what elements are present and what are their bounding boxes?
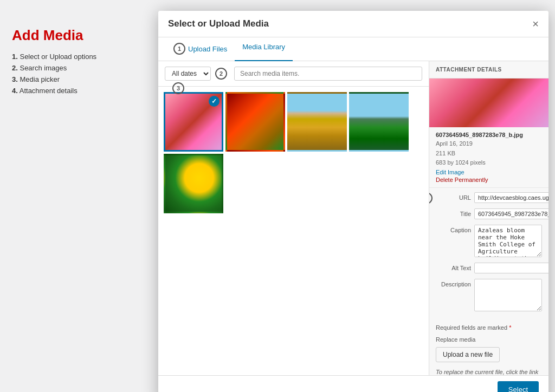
description-field-row: Description bbox=[436, 279, 542, 311]
caption-label: Caption bbox=[436, 225, 471, 233]
modal-title: Select or Upload Media bbox=[168, 18, 269, 29]
media-item[interactable] bbox=[349, 92, 409, 152]
step-2: 2. Search images bbox=[12, 64, 142, 72]
replace-media-label: Replace media bbox=[429, 334, 548, 345]
attachment-info: 6073645945_8987283e78_b.jpg April 16, 20… bbox=[429, 127, 548, 188]
badge-2: 2 bbox=[215, 68, 227, 80]
attachment-filename: 6073645945_8987283e78_b.jpg bbox=[436, 132, 542, 138]
modal-tabs: 1 Upload Files Media Library bbox=[158, 37, 548, 61]
selected-checkmark: ✓ bbox=[209, 96, 220, 107]
step-1: 1. Select or Upload options bbox=[12, 53, 142, 61]
tab-upload-files[interactable]: 1 Upload Files bbox=[166, 37, 235, 61]
media-area: All dates 2 3 ✓ bbox=[158, 61, 429, 375]
upload-new-file-button[interactable]: Upload a new file bbox=[436, 347, 500, 362]
title-input[interactable] bbox=[474, 208, 548, 219]
description-textarea[interactable] bbox=[474, 279, 542, 311]
media-item[interactable] bbox=[225, 92, 285, 152]
attachment-panel: ATTACHMENT DETAILS 6073645945_8987283e78… bbox=[429, 61, 548, 375]
modal-footer: Select bbox=[158, 375, 548, 392]
badge-1: 1 bbox=[173, 43, 185, 55]
modal-header: Select or Upload Media × bbox=[158, 11, 548, 37]
tab-media-library[interactable]: Media Library bbox=[235, 37, 293, 61]
attachment-fields: 4 URL Title Caption Azaleas bloom near t… bbox=[429, 188, 548, 321]
attachment-dimensions: 683 by 1024 pixels bbox=[436, 158, 542, 168]
media-toolbar: All dates 2 bbox=[158, 61, 429, 87]
url-field-row: 4 URL bbox=[436, 192, 542, 203]
media-item[interactable] bbox=[164, 154, 223, 213]
alt-input[interactable] bbox=[474, 263, 548, 273]
replace-note: To replace the current file, click the l… bbox=[429, 364, 548, 375]
title-label: Title bbox=[436, 208, 471, 217]
close-button[interactable]: × bbox=[532, 18, 539, 29]
attachment-date: April 16, 2019 bbox=[436, 139, 542, 149]
required-star: * bbox=[509, 324, 511, 331]
caption-textarea[interactable]: Azaleas bloom near the Hoke Smith Colleg… bbox=[474, 225, 542, 257]
attachment-thumbnail bbox=[429, 79, 548, 127]
badge-4: 4 bbox=[429, 192, 433, 204]
media-modal: Select or Upload Media × 1 Upload Files … bbox=[158, 11, 548, 392]
url-input[interactable] bbox=[474, 192, 548, 203]
alt-field-row: Alt Text bbox=[436, 263, 542, 273]
title-field-row: Title bbox=[436, 208, 542, 219]
attachment-header: ATTACHMENT DETAILS bbox=[429, 61, 548, 79]
page-heading: Add Media bbox=[12, 27, 142, 44]
media-item[interactable]: ✓ bbox=[164, 92, 223, 152]
media-grid: 3 ✓ bbox=[158, 87, 429, 219]
alt-label: Alt Text bbox=[436, 263, 471, 271]
steps-list: 1. Select or Upload options 2. Search im… bbox=[12, 53, 142, 95]
step-4: 4. Attachment details bbox=[12, 87, 142, 95]
description-label: Description bbox=[436, 279, 471, 288]
date-filter[interactable]: All dates bbox=[165, 67, 211, 81]
search-input[interactable] bbox=[234, 67, 422, 81]
required-note: Required fields are marked * bbox=[429, 321, 548, 334]
attachment-size: 211 KB bbox=[436, 149, 542, 159]
select-button[interactable]: Select bbox=[498, 381, 539, 392]
modal-body: All dates 2 3 ✓ bbox=[158, 61, 548, 375]
media-item[interactable] bbox=[287, 92, 347, 152]
delete-permanently-link[interactable]: Delete Permanently bbox=[436, 177, 542, 183]
caption-field-row: Caption Azaleas bloom near the Hoke Smit… bbox=[436, 225, 542, 257]
left-panel: Add Media 1. Select or Upload options 2.… bbox=[7, 11, 158, 114]
step-3: 3. Media picker bbox=[12, 75, 142, 83]
edit-image-link[interactable]: Edit Image bbox=[436, 169, 542, 175]
